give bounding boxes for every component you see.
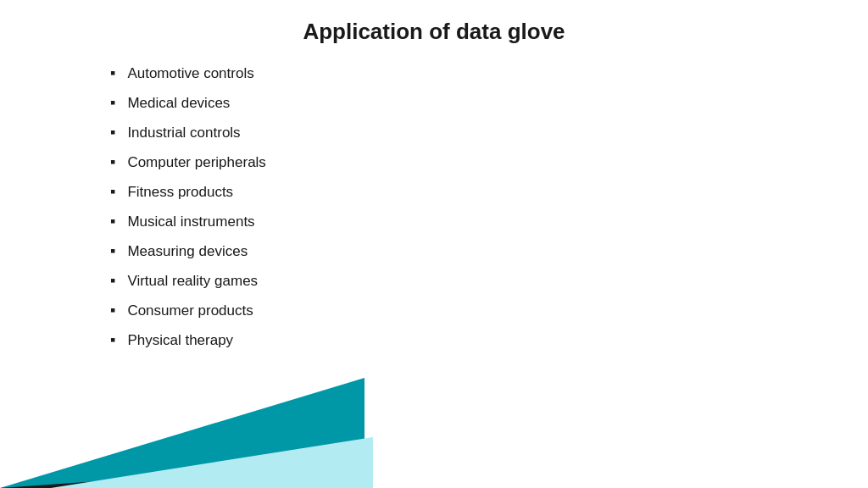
bullet-item: Automotive controls — [110, 62, 868, 85]
bullet-item: Fitness products — [110, 180, 868, 203]
slide-container: Application of data glove Automotive con… — [0, 0, 868, 488]
bullet-item: Physical therapy — [110, 329, 868, 352]
bullet-item: Industrial controls — [110, 121, 868, 144]
bullet-item: Musical instruments — [110, 210, 868, 233]
corner-decoration — [0, 386, 356, 488]
bullet-item: Virtual reality games — [110, 269, 868, 292]
bullet-list: Automotive controlsMedical devicesIndust… — [0, 53, 868, 352]
slide-title: Application of data glove — [0, 0, 868, 53]
corner-light-blue-shape — [51, 437, 373, 488]
bullet-item: Consumer products — [110, 299, 868, 322]
bullet-item: Medical devices — [110, 92, 868, 114]
bullet-item: Computer peripherals — [110, 151, 868, 174]
bullet-item: Measuring devices — [110, 240, 868, 263]
